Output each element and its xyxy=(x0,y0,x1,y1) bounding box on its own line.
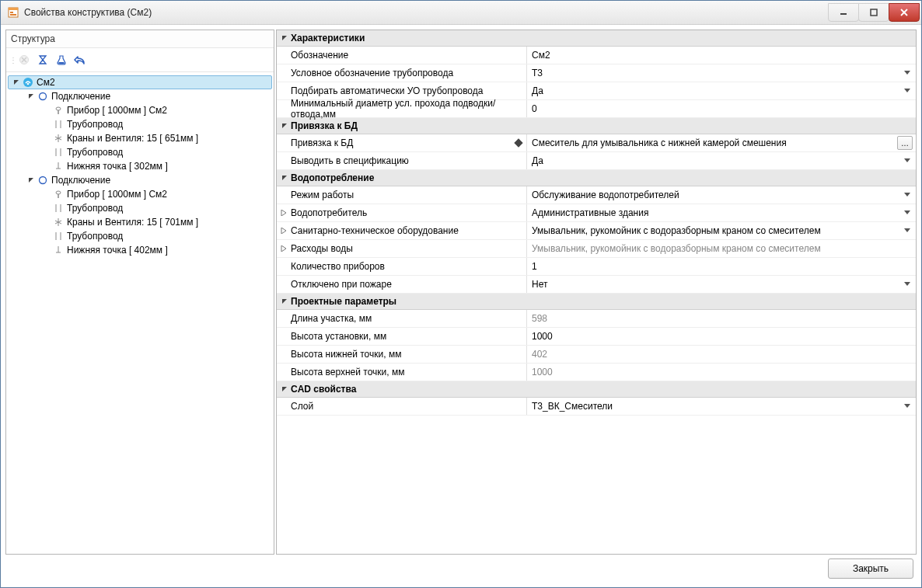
expander-icon[interactable] xyxy=(280,173,289,183)
connection-icon xyxy=(37,91,48,102)
tree-node-item[interactable]: Трубопровод xyxy=(8,201,272,215)
dropdown-icon[interactable] xyxy=(903,157,911,165)
tree-node-item[interactable]: Трубопровод xyxy=(8,117,272,131)
tree-root[interactable]: См2 xyxy=(8,75,272,89)
property-value[interactable]: Т3 xyxy=(527,64,916,82)
property-value-text: Да xyxy=(532,85,543,96)
property-value-text: См2 xyxy=(532,50,550,61)
property-row[interactable]: Расходы водыУмывальник, рукомойник с вод… xyxy=(277,240,916,258)
tree-node-item[interactable]: Краны и Вентиля: 15 [ 651мм ] xyxy=(8,131,272,145)
window-controls xyxy=(829,3,920,22)
tree-node-item[interactable]: Краны и Вентиля: 15 [ 701мм ] xyxy=(8,215,272,229)
category-header[interactable]: Характеристики xyxy=(277,30,916,47)
property-name-label: Санитарно-техническое оборудование xyxy=(291,225,459,236)
tool-hourglass-button[interactable] xyxy=(34,51,51,68)
mixer-icon xyxy=(23,77,33,88)
property-row[interactable]: Высота установки, мм1000 xyxy=(277,328,916,346)
tool-flask-button[interactable] xyxy=(53,51,70,68)
tree-node-item[interactable]: Прибор [ 1000мм ] См2 xyxy=(8,187,272,201)
expander-icon[interactable] xyxy=(280,33,289,43)
property-value: Умывальник, рукомойник с водоразборным к… xyxy=(527,240,916,257)
tree-node-label: Краны и Вентиля: 15 [ 651мм ] xyxy=(67,133,198,144)
dropdown-icon[interactable] xyxy=(903,280,911,288)
property-value[interactable]: Умывальник, рукомойник с водоразборным к… xyxy=(527,222,916,239)
property-row[interactable]: Количество приборов1 xyxy=(277,258,916,276)
expander-icon[interactable] xyxy=(26,92,36,101)
category-header[interactable]: Проектные параметры xyxy=(277,294,916,310)
dropdown-icon[interactable] xyxy=(903,191,911,199)
property-value[interactable]: Нет xyxy=(527,276,916,293)
property-value[interactable]: Да xyxy=(527,152,916,169)
property-row[interactable]: Санитарно-техническое оборудованиеУмывал… xyxy=(277,222,916,240)
property-name-label: Выводить в спецификацию xyxy=(291,155,409,166)
property-grid[interactable]: ХарактеристикиОбозначениеСм2Условное обо… xyxy=(277,30,916,554)
property-row[interactable]: ВодопотребительАдминистративные здания xyxy=(277,204,916,222)
property-value[interactable]: Т3_ВК_Смесители xyxy=(527,398,916,415)
property-name-label: Длина участка, мм xyxy=(291,313,372,324)
expander-icon[interactable] xyxy=(280,121,289,130)
property-row[interactable]: Привязка к БДСмеситель для умывальника с… xyxy=(277,134,916,152)
property-value[interactable]: 0 xyxy=(527,100,916,117)
tree-node-item[interactable]: Трубопровод xyxy=(8,145,272,159)
property-value: 402 xyxy=(527,346,916,363)
category-header[interactable]: CAD свойства xyxy=(277,381,916,398)
property-row[interactable]: Высота нижней точки, мм402 xyxy=(277,346,916,364)
property-name-label: Водопотребитель xyxy=(291,207,367,218)
tree-node-item[interactable]: Трубопровод xyxy=(8,229,272,243)
property-name: Минимальный диаметр усл. прохода подводк… xyxy=(277,100,527,117)
property-row[interactable]: СлойТ3_ВК_Смесители xyxy=(277,398,916,416)
property-value[interactable]: Административные здания xyxy=(527,204,916,221)
category-header[interactable]: Привязка к БД xyxy=(277,118,916,134)
ellipsis-button[interactable]: … xyxy=(897,136,913,150)
tree-node-label: Трубопровод xyxy=(67,147,123,158)
tree-node-item[interactable]: Нижняя точка [ 302мм ] xyxy=(8,159,272,173)
row-expander-icon[interactable] xyxy=(280,227,288,235)
property-row[interactable]: Длина участка, мм598 xyxy=(277,310,916,328)
valve-icon xyxy=(53,217,64,228)
expander-icon[interactable] xyxy=(12,78,21,87)
close-button[interactable] xyxy=(889,3,920,22)
row-expander-icon[interactable] xyxy=(280,209,288,217)
expander-icon[interactable] xyxy=(26,176,36,185)
dropdown-icon[interactable] xyxy=(903,402,911,410)
minimize-button[interactable] xyxy=(828,3,859,22)
tree-node-connection[interactable]: Подключение xyxy=(8,173,272,187)
tree-node-connection[interactable]: Подключение xyxy=(8,89,272,103)
property-value[interactable]: Да xyxy=(527,82,916,99)
property-value[interactable]: 1 xyxy=(527,258,916,275)
expander-icon[interactable] xyxy=(280,297,289,306)
undo-button[interactable] xyxy=(72,51,89,68)
property-row[interactable]: Выводить в спецификациюДа xyxy=(277,152,916,170)
property-row[interactable]: Режим работыОбслуживание водопотребителе… xyxy=(277,186,916,204)
dropdown-icon[interactable] xyxy=(903,209,911,217)
property-value-text: Т3 xyxy=(532,68,543,78)
property-name: Привязка к БД xyxy=(277,134,527,151)
dropdown-icon[interactable] xyxy=(903,69,911,77)
dropdown-icon[interactable] xyxy=(903,227,911,235)
row-expander-icon[interactable] xyxy=(280,245,288,252)
tree-toolbar: ⋮ xyxy=(6,47,274,72)
property-value[interactable]: Смеситель для умывальника с нижней камер… xyxy=(527,134,916,151)
svg-point-24 xyxy=(56,191,61,194)
property-row[interactable]: Минимальный диаметр усл. прохода подводк… xyxy=(277,100,916,118)
category-header[interactable]: Водопотребление xyxy=(277,170,916,186)
tree-node-item[interactable]: Нижняя точка [ 402мм ] xyxy=(8,243,272,257)
close-dialog-button[interactable]: Закрыть xyxy=(828,558,913,579)
property-value[interactable]: См2 xyxy=(527,47,916,64)
tree[interactable]: См2 Подключение xyxy=(6,72,274,554)
maximize-button[interactable] xyxy=(858,3,889,22)
dropdown-icon[interactable] xyxy=(903,87,911,95)
property-value[interactable]: Обслуживание водопотребителей xyxy=(527,186,916,204)
property-row[interactable]: ОбозначениеСм2 xyxy=(277,47,916,64)
property-name-label: Подбирать автоматически УО трубопровода xyxy=(291,85,483,96)
svg-point-14 xyxy=(56,107,61,110)
toolbar-grip: ⋮ xyxy=(9,56,12,64)
window: Свойства конструктива (См2) Структура xyxy=(0,0,922,588)
property-value[interactable]: 1000 xyxy=(527,328,916,345)
property-row[interactable]: Высота верхней точки, мм1000 xyxy=(277,364,916,381)
property-row[interactable]: Условное обозначение трубопроводаТ3 xyxy=(277,64,916,82)
expander-icon[interactable] xyxy=(280,384,289,394)
property-row[interactable]: Отключено при пожареНет xyxy=(277,276,916,294)
delete-button[interactable] xyxy=(16,51,33,68)
tree-node-item[interactable]: Прибор [ 1000мм ] См2 xyxy=(8,103,272,117)
